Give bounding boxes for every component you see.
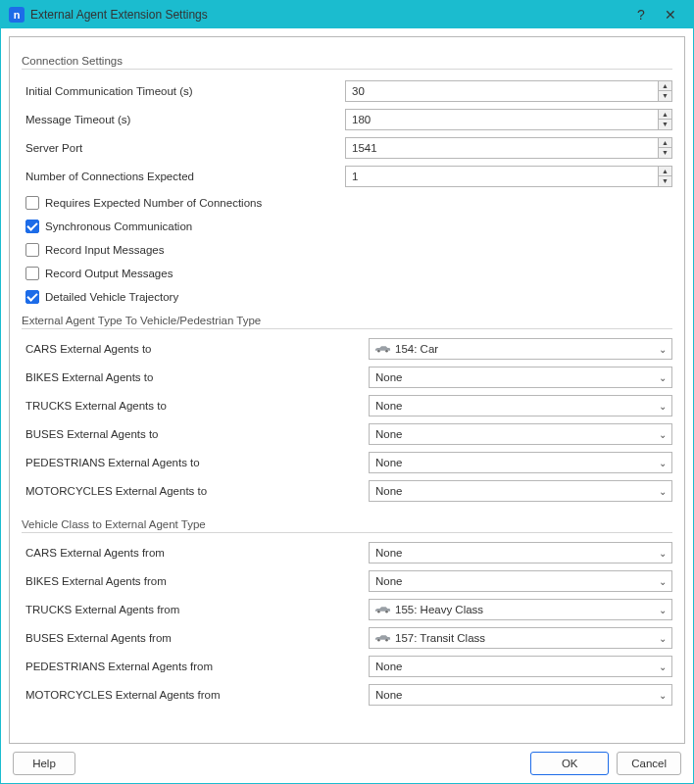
to-select-bikes[interactable]: None⌄: [369, 367, 672, 388]
to-row-cars: CARS External Agents to154: Car⌄: [22, 335, 672, 363]
to-select-buses[interactable]: None⌄: [369, 423, 672, 445]
footer: Help OK Cancel: [1, 744, 693, 783]
ok-button[interactable]: OK: [530, 752, 609, 775]
titlebar: n External Agent Extension Settings ? ✕: [1, 1, 693, 28]
message-timeout-field[interactable]: [345, 109, 672, 130]
label-requires-expected: Requires Expected Number of Connections: [45, 197, 262, 209]
svg-point-0: [377, 350, 380, 353]
to-select-trucks[interactable]: None⌄: [369, 395, 672, 416]
to-select-peds[interactable]: None⌄: [369, 452, 672, 473]
label-synchronous: Synchronous Communication: [45, 220, 192, 232]
spin-up-icon[interactable]: ▲: [658, 81, 671, 92]
to-label-moto: MOTORCYCLES External Agents to: [22, 485, 369, 497]
input-message-timeout[interactable]: ▲▼: [345, 109, 672, 130]
from-select-bikes[interactable]: None⌄: [369, 570, 672, 592]
to-select-value-moto: None: [375, 485, 403, 497]
from-select-value-trucks: 155: Heavy Class: [395, 604, 483, 615]
spin-up-icon[interactable]: ▲: [658, 110, 671, 121]
from-select-trucks[interactable]: 155: Heavy Class⌄: [369, 599, 672, 620]
label-detailed-trajectory: Detailed Vehicle Trajectory: [45, 291, 178, 303]
close-icon[interactable]: ✕: [656, 7, 685, 23]
cancel-button[interactable]: Cancel: [617, 752, 681, 775]
from-row-buses: BUSES External Agents from157: Transit C…: [22, 624, 672, 652]
server-port-field[interactable]: [345, 137, 672, 159]
row-num-connections: Number of Connections Expected ▲▼: [22, 163, 672, 189]
spin-down-icon[interactable]: ▼: [658, 120, 671, 129]
input-initial-timeout[interactable]: ▲▼: [345, 80, 672, 102]
svg-point-3: [385, 611, 388, 613]
app-icon: n: [9, 7, 25, 23]
from-row-cars: CARS External Agents fromNone⌄: [22, 539, 672, 566]
help-icon[interactable]: ?: [626, 7, 656, 23]
checkbox-record-output[interactable]: [25, 267, 39, 280]
label-initial-timeout: Initial Communication Timeout (s): [22, 85, 345, 97]
label-record-output: Record Output Messages: [45, 268, 173, 279]
to-label-buses: BUSES External Agents to: [22, 428, 369, 440]
to-row-trucks: TRUCKS External Agents toNone⌄: [22, 392, 672, 419]
row-message-timeout: Message Timeout (s) ▲▼: [22, 106, 672, 132]
from-label-cars: CARS External Agents from: [22, 547, 369, 559]
to-label-cars: CARS External Agents to: [22, 343, 369, 355]
from-select-moto[interactable]: None⌄: [369, 684, 672, 706]
to-label-bikes: BIKES External Agents to: [22, 371, 369, 383]
from-label-buses: BUSES External Agents from: [22, 632, 369, 644]
from-label-peds: PEDESTRIANS External Agents from: [22, 661, 369, 672]
row-detailed-trajectory: Detailed Vehicle Trajectory: [22, 285, 672, 309]
to-select-cars[interactable]: 154: Car⌄: [369, 338, 672, 360]
divider: [22, 69, 672, 70]
from-select-peds[interactable]: None⌄: [369, 656, 672, 677]
to-select-moto[interactable]: None⌄: [369, 480, 672, 502]
input-num-connections[interactable]: ▲▼: [345, 166, 672, 187]
row-record-input: Record Input Messages: [22, 238, 672, 262]
from-row-bikes: BIKES External Agents fromNone⌄: [22, 567, 672, 595]
dialog-window: n External Agent Extension Settings ? ✕ …: [0, 0, 694, 784]
spin-down-icon[interactable]: ▼: [658, 176, 671, 186]
to-row-bikes: BIKES External Agents toNone⌄: [22, 364, 672, 391]
from-label-trucks: TRUCKS External Agents from: [22, 604, 369, 615]
from-select-value-cars: None: [375, 547, 403, 559]
checkbox-synchronous[interactable]: [25, 220, 39, 233]
svg-point-5: [385, 639, 388, 642]
from-select-buses[interactable]: 157: Transit Class⌄: [369, 627, 672, 649]
label-record-input: Record Input Messages: [45, 244, 164, 256]
vehicle-icon: [373, 605, 391, 614]
divider: [22, 328, 672, 329]
row-initial-timeout: Initial Communication Timeout (s) ▲▼: [22, 77, 672, 104]
from-select-cars[interactable]: None⌄: [369, 542, 672, 564]
svg-point-4: [377, 639, 380, 642]
to-row-buses: BUSES External Agents toNone⌄: [22, 420, 672, 448]
spin-up-icon[interactable]: ▲: [658, 167, 671, 177]
row-requires-expected: Requires Expected Number of Connections: [22, 191, 672, 215]
from-select-value-peds: None: [375, 661, 403, 672]
group-from-type-title: Vehicle Class to External Agent Type: [22, 518, 672, 530]
svg-point-1: [385, 350, 388, 353]
to-label-trucks: TRUCKS External Agents to: [22, 400, 369, 412]
input-server-port[interactable]: ▲▼: [345, 137, 672, 159]
to-select-value-cars: 154: Car: [395, 343, 438, 355]
to-row-peds: PEDESTRIANS External Agents toNone⌄: [22, 449, 672, 476]
spin-down-icon[interactable]: ▼: [658, 91, 671, 101]
from-row-moto: MOTORCYCLES External Agents fromNone⌄: [22, 681, 672, 709]
to-select-value-buses: None: [375, 428, 403, 440]
from-select-value-buses: 157: Transit Class: [395, 632, 485, 644]
to-select-value-trucks: None: [375, 400, 403, 412]
from-select-value-moto: None: [375, 689, 403, 701]
from-row-peds: PEDESTRIANS External Agents fromNone⌄: [22, 653, 672, 680]
spin-down-icon[interactable]: ▼: [658, 148, 671, 158]
svg-point-2: [377, 611, 380, 613]
divider: [22, 532, 672, 533]
label-message-timeout: Message Timeout (s): [22, 114, 345, 125]
to-select-value-peds: None: [375, 457, 403, 468]
checkbox-detailed-trajectory[interactable]: [25, 290, 39, 304]
to-select-value-bikes: None: [375, 371, 403, 383]
num-connections-field[interactable]: [345, 166, 672, 187]
from-label-bikes: BIKES External Agents from: [22, 575, 369, 587]
group-to-type-title: External Agent Type To Vehicle/Pedestria…: [22, 315, 672, 326]
checkbox-requires-expected[interactable]: [25, 196, 39, 210]
checkbox-record-input[interactable]: [25, 243, 39, 257]
to-label-peds: PEDESTRIANS External Agents to: [22, 457, 369, 468]
help-button[interactable]: Help: [13, 752, 75, 775]
row-server-port: Server Port ▲▼: [22, 134, 672, 161]
spin-up-icon[interactable]: ▲: [658, 138, 671, 149]
initial-timeout-field[interactable]: [345, 80, 672, 102]
